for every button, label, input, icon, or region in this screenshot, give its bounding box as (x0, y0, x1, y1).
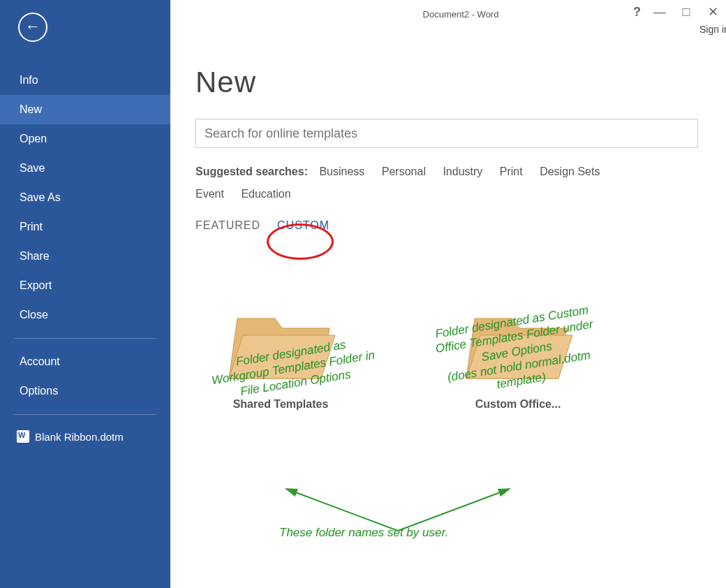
suggested-link-personal[interactable]: Personal (382, 166, 426, 177)
sidebar-item-account[interactable]: Account (0, 347, 170, 376)
restore-button[interactable]: □ (679, 5, 694, 20)
suggested-link-business[interactable]: Business (319, 166, 364, 177)
sidebar-menu: Info New Open Save Save As Print Share E… (0, 66, 170, 450)
folder-icon (225, 302, 336, 385)
titlebar: Document2 - Word ? — □ ✕ (195, 0, 726, 28)
sidebar-item-options[interactable]: Options (0, 376, 170, 406)
template-tabs: FEATURED CUSTOM (195, 219, 726, 232)
suggested-label: Suggested searches: (195, 166, 308, 177)
suggested-link-design-sets[interactable]: Design Sets (540, 166, 600, 177)
folder-label-shared: Shared Templates (233, 398, 329, 411)
app-root: ← Info New Open Save Save As Print Share… (0, 0, 726, 588)
sidebar-item-close[interactable]: Close (0, 300, 170, 330)
svg-marker-1 (229, 335, 335, 378)
folder-icon (462, 302, 574, 385)
svg-marker-3 (466, 335, 572, 378)
folder-shared-templates[interactable]: Shared Templates (211, 302, 350, 411)
tab-custom[interactable]: CUSTOM (277, 219, 329, 232)
sidebar-item-info[interactable]: Info (0, 66, 170, 95)
back-arrow-icon: ← (25, 19, 40, 34)
folder-custom-office[interactable]: Custom Office... (448, 302, 588, 411)
suggested-link-print[interactable]: Print (500, 166, 523, 177)
help-button[interactable]: ? (633, 5, 641, 20)
sidebar-item-new[interactable]: New (0, 95, 170, 124)
suggested-link-industry[interactable]: Industry (443, 166, 482, 177)
sidebar-item-save[interactable]: Save (0, 154, 170, 183)
word-file-icon (17, 430, 29, 443)
close-window-button[interactable]: ✕ (705, 4, 720, 20)
sidebar-item-print[interactable]: Print (0, 212, 170, 242)
document-title: Document2 - Word (423, 9, 499, 20)
template-search-input[interactable] (205, 126, 689, 141)
suggested-link-education[interactable]: Education (241, 188, 290, 200)
sidebar-item-share[interactable]: Share (0, 242, 170, 271)
back-button[interactable]: ← (18, 13, 47, 42)
folder-label-custom: Custom Office... (475, 398, 561, 411)
sidebar-item-open[interactable]: Open (0, 124, 170, 154)
suggested-link-event[interactable]: Event (195, 188, 224, 200)
window-controls: ? — □ ✕ (633, 4, 720, 20)
sidebar-item-export[interactable]: Export (0, 271, 170, 300)
recent-file-label: Blank Ribbon.dotm (35, 431, 124, 443)
page-title: New (195, 66, 726, 99)
template-search-box[interactable] (195, 119, 698, 148)
tab-featured[interactable]: FEATURED (195, 219, 260, 232)
minimize-button[interactable]: — (652, 5, 667, 20)
sidebar-item-save-as[interactable]: Save As (0, 183, 170, 212)
sidebar-separator (14, 338, 156, 339)
sidebar-separator-2 (14, 414, 156, 415)
signin-link[interactable]: Sign in (699, 24, 726, 35)
main-panel: Document2 - Word ? — □ ✕ Sign in New Sug… (170, 0, 726, 588)
backstage-sidebar: ← Info New Open Save Save As Print Share… (0, 0, 170, 588)
recent-file[interactable]: Blank Ribbon.dotm (0, 423, 170, 450)
template-folders: Shared Templates Custom Office... (211, 302, 726, 411)
suggested-searches: Suggested searches: Business Personal In… (195, 161, 698, 205)
